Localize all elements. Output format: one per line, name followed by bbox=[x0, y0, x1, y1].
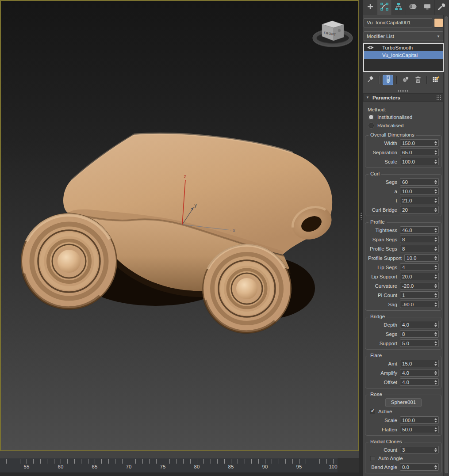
spinner-tightness[interactable]: 46.8 bbox=[400, 226, 439, 234]
spinner-value[interactable]: 150.0 bbox=[400, 141, 433, 146]
visibility-eye-icon[interactable] bbox=[367, 46, 376, 50]
spinner-value[interactable]: 10.0 bbox=[405, 255, 433, 261]
make-unique-button[interactable] bbox=[400, 75, 411, 85]
spinner-profile-support[interactable]: 10.0 bbox=[404, 254, 439, 262]
spinner-value[interactable]: 20.0 bbox=[400, 274, 433, 279]
spinner-value[interactable]: 15.0 bbox=[400, 361, 433, 366]
pick-node-button-sphere001[interactable]: Sphere001 bbox=[385, 398, 422, 407]
spinner-curvature[interactable]: -20.0 bbox=[400, 282, 439, 289]
spinner-flatten[interactable]: 50.0 bbox=[400, 426, 439, 433]
tab-display[interactable] bbox=[420, 0, 434, 15]
spinner-bend-angle[interactable]: 0.0 bbox=[400, 463, 439, 471]
spinner-arrows-icon[interactable] bbox=[433, 332, 438, 336]
rollout-drag-handle[interactable] bbox=[398, 90, 409, 92]
spinner-value[interactable]: -90.0 bbox=[400, 302, 433, 307]
pin-stack-button[interactable] bbox=[365, 75, 376, 85]
spinner-offset[interactable]: 4.0 bbox=[400, 378, 439, 386]
spinner-scale[interactable]: 100.0 bbox=[400, 416, 439, 424]
spinner-value[interactable]: 1 bbox=[400, 293, 433, 298]
spinner-value[interactable]: 3 bbox=[400, 447, 433, 453]
spinner-value[interactable]: 46.8 bbox=[400, 228, 433, 233]
spinner-value[interactable]: 5.0 bbox=[400, 341, 433, 346]
spinner-value[interactable]: 10.0 bbox=[400, 189, 433, 194]
view-cube[interactable]: FRONT bbox=[313, 21, 353, 46]
spinner-arrows-icon[interactable] bbox=[433, 302, 438, 307]
spinner-lip-support[interactable]: 20.0 bbox=[400, 273, 439, 280]
spinner-arrows-icon[interactable] bbox=[433, 293, 438, 297]
spinner-arrows-icon[interactable] bbox=[433, 150, 438, 155]
panel-splitter[interactable] bbox=[359, 0, 363, 476]
object-color-swatch[interactable] bbox=[434, 18, 443, 27]
spinner-value[interactable]: 4.0 bbox=[400, 380, 433, 385]
spinner-pi-count[interactable]: 1 bbox=[400, 291, 439, 299]
spinner-arrows-icon[interactable] bbox=[433, 247, 438, 251]
spinner-arrows-icon[interactable] bbox=[433, 418, 438, 423]
spinner-arrows-icon[interactable] bbox=[433, 198, 438, 203]
spinner-value[interactable]: 60 bbox=[400, 179, 433, 185]
stack-item-turbosmooth[interactable]: TurboSmooth bbox=[364, 44, 443, 51]
spinner-arrows-icon[interactable] bbox=[433, 189, 438, 194]
spinner-count[interactable]: 3 bbox=[400, 446, 439, 453]
spinner-value[interactable]: 50.0 bbox=[400, 427, 433, 432]
spinner-value[interactable]: 8 bbox=[400, 237, 433, 242]
spinner-value[interactable]: 4 bbox=[400, 265, 433, 270]
parameters-rollout-header[interactable]: ▼ Parameters bbox=[363, 93, 444, 102]
spinner-width[interactable]: 150.0 bbox=[400, 139, 439, 147]
spinner-span-segs[interactable]: 8 bbox=[400, 236, 439, 243]
scrollbar-thumb[interactable] bbox=[445, 16, 448, 473]
remove-modifier-button[interactable] bbox=[413, 75, 423, 85]
spinner-value[interactable]: 0.0 bbox=[400, 465, 433, 470]
spinner-support[interactable]: 5.0 bbox=[400, 339, 439, 347]
spinner-sag[interactable]: -90.0 bbox=[400, 301, 439, 308]
spinner-scale[interactable]: 100.0 bbox=[400, 158, 439, 165]
tab-modify[interactable] bbox=[377, 0, 391, 15]
modifier-list-dropdown[interactable]: Modifier List ▼ bbox=[364, 31, 443, 41]
spinner-a[interactable]: 10.0 bbox=[400, 187, 439, 195]
tab-create[interactable] bbox=[363, 0, 377, 15]
spinner-arrows-icon[interactable] bbox=[433, 380, 438, 385]
spinner-arrows-icon[interactable] bbox=[433, 284, 438, 288]
viewport[interactable]: x y z FRONT bbox=[0, 0, 359, 451]
ionic-capital-model[interactable] bbox=[21, 134, 337, 333]
spinner-profile-segs[interactable]: 8 bbox=[400, 245, 439, 252]
show-end-result-button[interactable] bbox=[383, 75, 393, 85]
spinner-arrows-icon[interactable] bbox=[433, 141, 438, 145]
spinner-value[interactable]: -20.0 bbox=[400, 283, 433, 289]
spinner-value[interactable]: 8 bbox=[400, 246, 433, 251]
spinner-segs[interactable]: 60 bbox=[400, 178, 439, 186]
spinner-value[interactable]: 20 bbox=[400, 207, 433, 213]
spinner-arrows-icon[interactable] bbox=[433, 180, 438, 184]
tab-motion[interactable] bbox=[406, 0, 420, 15]
spinner-curl-bridge[interactable]: 20 bbox=[400, 206, 439, 213]
spinner-depth[interactable]: 4.0 bbox=[400, 321, 439, 328]
spinner-value[interactable]: 8 bbox=[400, 331, 433, 337]
spinner-amt[interactable]: 15.0 bbox=[400, 360, 439, 367]
radio-institutionalised[interactable]: Institutionalised bbox=[368, 114, 444, 121]
spinner-arrows-icon[interactable] bbox=[433, 371, 438, 375]
spinner-arrows-icon[interactable] bbox=[433, 160, 438, 164]
spinner-t[interactable]: 21.0 bbox=[400, 197, 439, 204]
spinner-arrows-icon[interactable] bbox=[433, 465, 438, 469]
configure-modifier-sets-button[interactable] bbox=[430, 75, 441, 85]
spinner-arrows-icon[interactable] bbox=[433, 256, 438, 260]
spinner-arrows-icon[interactable] bbox=[433, 208, 438, 212]
spinner-segs[interactable]: 8 bbox=[400, 330, 439, 338]
radio-radicalised[interactable]: Radicalised bbox=[368, 122, 444, 129]
spinner-arrows-icon[interactable] bbox=[433, 274, 438, 279]
spinner-arrows-icon[interactable] bbox=[433, 341, 438, 346]
tab-utilities[interactable] bbox=[435, 0, 449, 15]
tab-hierarchy[interactable] bbox=[392, 0, 406, 15]
track-bar-ruler[interactable]: 556065707580859095100 bbox=[0, 458, 338, 473]
spinner-separation[interactable]: 65.0 bbox=[400, 149, 439, 156]
spinner-arrows-icon[interactable] bbox=[433, 448, 438, 452]
spinner-arrows-icon[interactable] bbox=[433, 237, 438, 242]
spinner-value[interactable]: 100.0 bbox=[400, 418, 433, 423]
spinner-arrows-icon[interactable] bbox=[433, 265, 438, 270]
spinner-arrows-icon[interactable] bbox=[433, 228, 438, 232]
object-name-field[interactable]: Vu_IonicCapital001 bbox=[364, 18, 432, 27]
spinner-amplify[interactable]: 4.0 bbox=[400, 369, 439, 377]
spinner-value[interactable]: 21.0 bbox=[400, 198, 433, 203]
spinner-arrows-icon[interactable] bbox=[433, 427, 438, 432]
spinner-arrows-icon[interactable] bbox=[433, 362, 438, 366]
spinner-value[interactable]: 100.0 bbox=[400, 159, 433, 164]
